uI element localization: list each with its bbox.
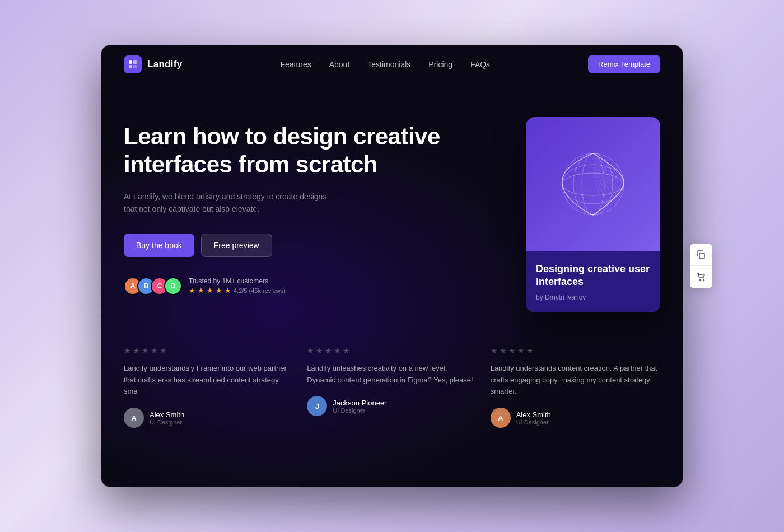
nav-pricing[interactable]: Pricing	[428, 60, 452, 69]
star-2: ★	[198, 286, 204, 295]
star-4: ★	[216, 286, 222, 295]
svg-rect-2	[129, 65, 132, 68]
star-half: ★	[225, 286, 231, 295]
svg-rect-0	[129, 60, 132, 64]
hero-section: Learn how to design creative interfaces …	[101, 83, 683, 335]
stars-empty-1: ★ ★ ★ ★ ★	[124, 346, 293, 355]
svg-line-16	[593, 173, 609, 206]
testimonial-text-2: Landify unleashes creativity on a new le…	[307, 363, 477, 386]
star-3: ★	[207, 286, 213, 295]
stars-empty-2: ★ ★ ★ ★ ★	[307, 346, 477, 355]
book-info: Designing creative user interfaces by Dm…	[526, 251, 660, 312]
copy-icon	[697, 250, 706, 259]
author-avatar-3: A	[491, 408, 511, 428]
svg-point-8	[573, 153, 613, 215]
buy-book-button[interactable]: Buy the book	[124, 234, 194, 257]
book-card: Designing creative user interfaces by Dm…	[526, 117, 660, 312]
author-name-1: Alex Smith	[150, 410, 184, 419]
author-role-3: UI Designer	[516, 419, 551, 426]
copy-icon-button[interactable]	[690, 244, 712, 266]
author-name-2: Jackson Pioneer	[333, 399, 386, 407]
hero-title: Learn how to design creative interfaces …	[124, 123, 503, 179]
remix-template-button[interactable]: Remix Template	[588, 55, 660, 73]
svg-rect-18	[699, 253, 704, 259]
svg-point-4	[562, 153, 624, 215]
book-author: by Dmytri Ivanov	[536, 293, 650, 301]
cart-icon	[697, 273, 706, 282]
logo-area: Landify	[124, 55, 183, 73]
author-role-2: UI Designer	[333, 407, 386, 414]
nav-faqs[interactable]: FAQs	[470, 60, 490, 69]
nav-testimonials[interactable]: Testimonials	[367, 60, 410, 69]
hero-left: Learn how to design creative interfaces …	[124, 117, 503, 295]
stars-row: ★ ★ ★ ★ ★ 4.2/5 (45k reviews)	[189, 286, 286, 295]
svg-point-7	[582, 153, 604, 215]
svg-rect-3	[133, 65, 137, 68]
svg-line-11	[593, 159, 621, 190]
trust-text: Trusted by 1M+ customers ★ ★ ★ ★ ★ 4.2/5…	[189, 277, 286, 295]
hero-subtitle: At Landify, we blend artistry and strate…	[124, 190, 337, 216]
testimonial-3: ★ ★ ★ ★ ★ Landify understands content cr…	[491, 346, 660, 428]
svg-point-20	[703, 280, 704, 281]
testimonial-author-3: A Alex Smith UI Designer	[491, 408, 660, 428]
logo-text: Landify	[147, 59, 183, 70]
testimonials-section: ★ ★ ★ ★ ★ Landify understands'y Framer i…	[101, 335, 683, 450]
author-avatar-1: A	[124, 408, 144, 428]
testimonial-author-2: J Jackson Pioneer UI Designer	[307, 396, 477, 416]
nav-about[interactable]: About	[329, 60, 350, 69]
testimonial-1: ★ ★ ★ ★ ★ Landify understands'y Framer i…	[124, 346, 293, 428]
avatar-4: D	[164, 277, 182, 295]
testimonial-text-1: Landify understands'y Framer into our we…	[124, 363, 293, 398]
cart-icon-button[interactable]	[690, 266, 712, 288]
svg-line-14	[593, 167, 615, 199]
author-role-1: UI Designer	[150, 419, 184, 426]
book-title: Designing creative user interfaces	[536, 263, 650, 289]
sidebar-icons	[690, 244, 712, 288]
testimonial-text-3: Landify understands content creation. A …	[491, 363, 660, 398]
stars-empty-3: ★ ★ ★ ★ ★	[491, 346, 660, 355]
avatar-stack: A B C D	[124, 277, 182, 295]
rating-text: 4.2/5 (45k reviews)	[234, 287, 286, 294]
testimonial-author-1: A Alex Smith UI Designer	[124, 408, 293, 428]
book-illustration	[548, 139, 638, 229]
browser-window: Landify Features About Testimonials Pric…	[101, 45, 683, 487]
testimonial-2: ★ ★ ★ ★ ★ Landify unleashes creativity o…	[307, 346, 477, 428]
trust-label: Trusted by 1M+ customers	[189, 277, 286, 285]
nav-links: Features About Testimonials Pricing FAQs	[280, 60, 490, 69]
svg-point-19	[700, 280, 701, 281]
nav-features[interactable]: Features	[280, 60, 311, 69]
svg-line-15	[593, 170, 613, 202]
author-avatar-2: J	[307, 396, 327, 416]
svg-rect-1	[133, 60, 137, 64]
star-1: ★	[189, 286, 195, 295]
hero-buttons: Buy the book Free preview	[124, 234, 503, 257]
navbar: Landify Features About Testimonials Pric…	[101, 45, 683, 83]
author-name-3: Alex Smith	[516, 410, 551, 419]
book-cover	[526, 117, 660, 251]
logo-icon	[124, 55, 142, 73]
free-preview-button[interactable]: Free preview	[201, 234, 272, 257]
trust-area: A B C D Trusted by 1M+ customers ★ ★ ★ ★…	[124, 277, 503, 295]
